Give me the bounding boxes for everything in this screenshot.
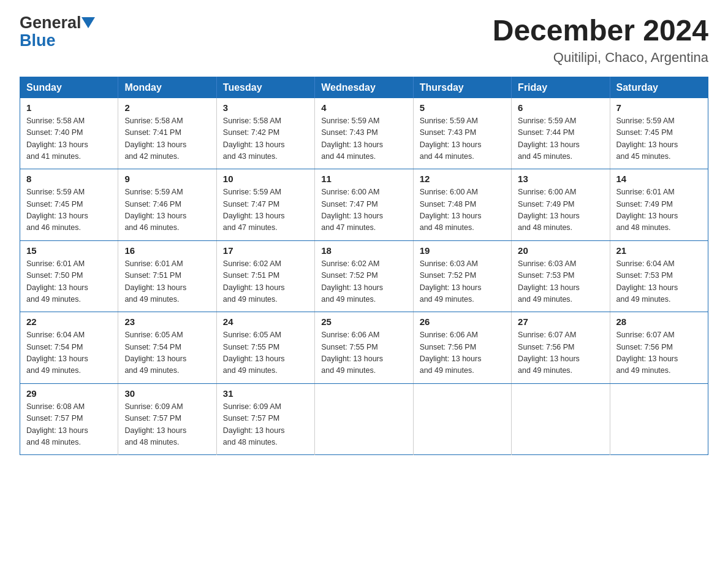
day-number: 18: [321, 245, 406, 256]
header-row: SundayMondayTuesdayWednesdayThursdayFrid…: [20, 77, 708, 98]
day-info: Sunrise: 6:03 AM Sunset: 7:52 PM Dayligh…: [420, 258, 505, 306]
day-number: 24: [223, 316, 308, 327]
day-info: Sunrise: 6:09 AM Sunset: 7:57 PM Dayligh…: [223, 401, 308, 449]
header-day-wednesday: Wednesday: [315, 77, 413, 98]
logo-arrow-icon: [82, 17, 95, 29]
day-number: 17: [223, 245, 308, 256]
calendar-cell: 28 Sunrise: 6:07 AM Sunset: 7:56 PM Dayl…: [610, 312, 708, 384]
day-number: 13: [518, 174, 603, 184]
day-info: Sunrise: 6:05 AM Sunset: 7:55 PM Dayligh…: [223, 329, 308, 377]
day-info: Sunrise: 5:58 AM Sunset: 7:42 PM Dayligh…: [223, 115, 308, 163]
calendar-cell: 3 Sunrise: 5:58 AM Sunset: 7:42 PM Dayli…: [216, 98, 314, 169]
day-info: Sunrise: 5:58 AM Sunset: 7:40 PM Dayligh…: [26, 115, 112, 163]
day-info: Sunrise: 6:01 AM Sunset: 7:51 PM Dayligh…: [124, 258, 210, 306]
calendar-cell: 22 Sunrise: 6:04 AM Sunset: 7:54 PM Dayl…: [20, 312, 118, 384]
day-number: 23: [124, 316, 210, 327]
day-info: Sunrise: 6:04 AM Sunset: 7:54 PM Dayligh…: [26, 329, 112, 377]
calendar-cell: 21 Sunrise: 6:04 AM Sunset: 7:53 PM Dayl…: [610, 240, 708, 312]
day-info: Sunrise: 6:00 AM Sunset: 7:48 PM Dayligh…: [420, 186, 505, 234]
header-day-monday: Monday: [118, 77, 216, 98]
calendar-table: SundayMondayTuesdayWednesdayThursdayFrid…: [20, 77, 708, 456]
day-info: Sunrise: 6:08 AM Sunset: 7:57 PM Dayligh…: [26, 401, 112, 449]
day-number: 22: [26, 316, 112, 327]
day-number: 27: [518, 316, 603, 327]
day-number: 3: [223, 102, 308, 113]
calendar-cell: 6 Sunrise: 5:59 AM Sunset: 7:44 PM Dayli…: [512, 98, 610, 169]
day-number: 16: [124, 245, 210, 256]
calendar-cell: 23 Sunrise: 6:05 AM Sunset: 7:54 PM Dayl…: [118, 312, 216, 384]
calendar-cell: 30 Sunrise: 6:09 AM Sunset: 7:57 PM Dayl…: [118, 383, 216, 455]
day-info: Sunrise: 5:58 AM Sunset: 7:41 PM Dayligh…: [124, 115, 210, 163]
day-number: 29: [26, 388, 112, 399]
day-info: Sunrise: 6:06 AM Sunset: 7:56 PM Dayligh…: [420, 329, 505, 377]
calendar-cell: 16 Sunrise: 6:01 AM Sunset: 7:51 PM Dayl…: [118, 240, 216, 312]
calendar-cell: 15 Sunrise: 6:01 AM Sunset: 7:50 PM Dayl…: [20, 240, 118, 312]
calendar-cell: 27 Sunrise: 6:07 AM Sunset: 7:56 PM Dayl…: [512, 312, 610, 384]
day-info: Sunrise: 6:07 AM Sunset: 7:56 PM Dayligh…: [616, 329, 702, 377]
calendar-cell: [413, 383, 511, 455]
day-number: 26: [420, 316, 505, 327]
logo-general: General: [20, 15, 82, 31]
day-info: Sunrise: 6:05 AM Sunset: 7:54 PM Dayligh…: [124, 329, 210, 377]
calendar-cell: 18 Sunrise: 6:02 AM Sunset: 7:52 PM Dayl…: [315, 240, 413, 312]
day-number: 19: [420, 245, 505, 256]
day-info: Sunrise: 6:03 AM Sunset: 7:53 PM Dayligh…: [518, 258, 603, 306]
day-info: Sunrise: 6:02 AM Sunset: 7:52 PM Dayligh…: [321, 258, 406, 306]
day-number: 11: [321, 174, 406, 184]
day-number: 8: [26, 174, 112, 184]
header-day-thursday: Thursday: [413, 77, 511, 98]
calendar-cell: [610, 383, 708, 455]
day-number: 28: [616, 316, 702, 327]
calendar-cell: 1 Sunrise: 5:58 AM Sunset: 7:40 PM Dayli…: [20, 98, 118, 169]
day-info: Sunrise: 5:59 AM Sunset: 7:43 PM Dayligh…: [321, 115, 406, 163]
title-block: December 2024 Quitilipi, Chaco, Argentin…: [493, 15, 708, 66]
day-info: Sunrise: 6:07 AM Sunset: 7:56 PM Dayligh…: [518, 329, 603, 377]
calendar-header: SundayMondayTuesdayWednesdayThursdayFrid…: [20, 77, 708, 98]
page-subtitle: Quitilipi, Chaco, Argentina: [493, 50, 708, 66]
day-info: Sunrise: 6:01 AM Sunset: 7:50 PM Dayligh…: [26, 258, 112, 306]
calendar-body: 1 Sunrise: 5:58 AM Sunset: 7:40 PM Dayli…: [20, 98, 708, 455]
calendar-cell: 13 Sunrise: 6:00 AM Sunset: 7:49 PM Dayl…: [512, 169, 610, 241]
day-number: 7: [616, 102, 702, 113]
calendar-cell: 11 Sunrise: 6:00 AM Sunset: 7:47 PM Dayl…: [315, 169, 413, 241]
day-number: 10: [223, 174, 308, 184]
day-info: Sunrise: 5:59 AM Sunset: 7:45 PM Dayligh…: [26, 186, 112, 234]
day-info: Sunrise: 6:09 AM Sunset: 7:57 PM Dayligh…: [124, 401, 210, 449]
calendar-cell: 9 Sunrise: 5:59 AM Sunset: 7:46 PM Dayli…: [118, 169, 216, 241]
calendar-cell: 31 Sunrise: 6:09 AM Sunset: 7:57 PM Dayl…: [216, 383, 314, 455]
logo: General Blue: [20, 15, 95, 50]
day-number: 6: [518, 102, 603, 113]
page-header: General Blue December 2024 Quitilipi, Ch…: [20, 15, 708, 66]
calendar-cell: 29 Sunrise: 6:08 AM Sunset: 7:57 PM Dayl…: [20, 383, 118, 455]
calendar-cell: 4 Sunrise: 5:59 AM Sunset: 7:43 PM Dayli…: [315, 98, 413, 169]
calendar-week-row: 22 Sunrise: 6:04 AM Sunset: 7:54 PM Dayl…: [20, 312, 708, 384]
day-info: Sunrise: 6:06 AM Sunset: 7:55 PM Dayligh…: [321, 329, 406, 377]
calendar-cell: [315, 383, 413, 455]
header-day-friday: Friday: [512, 77, 610, 98]
day-info: Sunrise: 6:00 AM Sunset: 7:47 PM Dayligh…: [321, 186, 406, 234]
day-info: Sunrise: 5:59 AM Sunset: 7:44 PM Dayligh…: [518, 115, 603, 163]
calendar-cell: 5 Sunrise: 5:59 AM Sunset: 7:43 PM Dayli…: [413, 98, 511, 169]
calendar-week-row: 15 Sunrise: 6:01 AM Sunset: 7:50 PM Dayl…: [20, 240, 708, 312]
calendar-cell: 26 Sunrise: 6:06 AM Sunset: 7:56 PM Dayl…: [413, 312, 511, 384]
calendar-cell: 7 Sunrise: 5:59 AM Sunset: 7:45 PM Dayli…: [610, 98, 708, 169]
day-number: 30: [124, 388, 210, 399]
day-number: 31: [223, 388, 308, 399]
day-number: 9: [124, 174, 210, 184]
day-number: 12: [420, 174, 505, 184]
calendar-cell: 19 Sunrise: 6:03 AM Sunset: 7:52 PM Dayl…: [413, 240, 511, 312]
header-day-sunday: Sunday: [20, 77, 118, 98]
day-info: Sunrise: 5:59 AM Sunset: 7:46 PM Dayligh…: [124, 186, 210, 234]
page-title: December 2024: [493, 15, 708, 47]
calendar-cell: 17 Sunrise: 6:02 AM Sunset: 7:51 PM Dayl…: [216, 240, 314, 312]
day-info: Sunrise: 6:02 AM Sunset: 7:51 PM Dayligh…: [223, 258, 308, 306]
calendar-cell: 2 Sunrise: 5:58 AM Sunset: 7:41 PM Dayli…: [118, 98, 216, 169]
day-number: 25: [321, 316, 406, 327]
day-number: 14: [616, 174, 702, 184]
day-info: Sunrise: 5:59 AM Sunset: 7:45 PM Dayligh…: [616, 115, 702, 163]
day-number: 15: [26, 245, 112, 256]
day-number: 5: [420, 102, 505, 113]
day-number: 20: [518, 245, 603, 256]
calendar-week-row: 1 Sunrise: 5:58 AM Sunset: 7:40 PM Dayli…: [20, 98, 708, 169]
day-number: 1: [26, 102, 112, 113]
